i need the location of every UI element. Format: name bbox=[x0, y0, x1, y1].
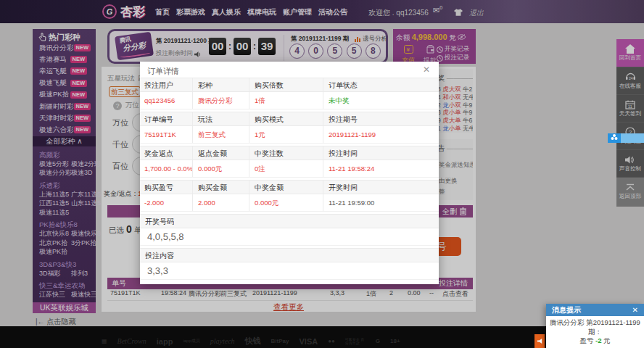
order-detail-modal: 订单详情 ✕ 投注用户彩种购买倍数订单状态qq123456腾讯分分彩1倍未中奖订… bbox=[140, 62, 439, 284]
order-detail-table: 投注用户彩种购买倍数订单状态qq123456腾讯分分彩1倍未中奖订单编号玩法购买… bbox=[140, 78, 439, 282]
toast-close-icon[interactable]: ✕ bbox=[632, 304, 638, 316]
close-icon[interactable]: ✕ bbox=[423, 65, 430, 75]
megaphone-icon[interactable] bbox=[534, 334, 545, 348]
qq-icon bbox=[608, 133, 621, 143]
qq-popup[interactable] bbox=[608, 133, 644, 143]
toast-header: 消息提示✕ bbox=[546, 304, 644, 316]
message-toast: 消息提示✕ 腾讯分分彩 第20191121-1199 期： 盈亏 -2 元 bbox=[546, 304, 644, 348]
modal-title: 订单详情 bbox=[147, 66, 179, 77]
toast-body: 腾讯分分彩 第20191121-1199 期： 盈亏 -2 元 bbox=[546, 316, 644, 346]
